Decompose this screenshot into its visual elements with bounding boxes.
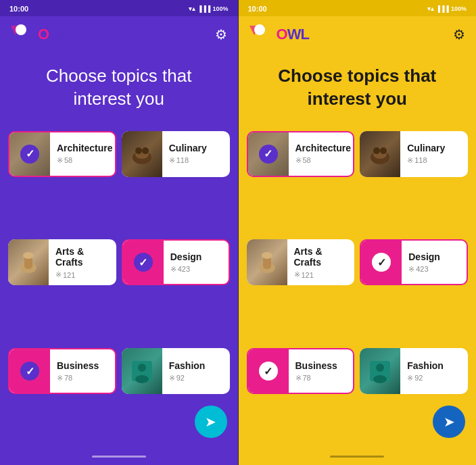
topic-count-fashion-right: ※ 92 bbox=[407, 374, 461, 383]
svg-point-19 bbox=[380, 147, 387, 154]
topic-card-design-right[interactable]: ✓ Design ※ 423 bbox=[360, 239, 468, 285]
svg-point-5 bbox=[135, 147, 142, 154]
topic-name-fashion-right: Fashion bbox=[407, 360, 461, 372]
topic-name-fashion-left: Fashion bbox=[169, 360, 223, 372]
status-bar-left: 10:00 ▾▴ ▐▐▐ 100% bbox=[0, 0, 238, 16]
topic-name-arts-right: Arts & Crafts bbox=[294, 246, 348, 269]
topic-thumb-architecture-right: ✓ bbox=[248, 131, 289, 177]
topics-grid-right: ✓ Architecture ※ 58 bbox=[239, 131, 477, 451]
topic-name-design-left: Design bbox=[170, 251, 222, 263]
logo-icon-left bbox=[11, 23, 37, 46]
logo-text-left: OWL bbox=[38, 26, 70, 43]
check-design-left: ✓ bbox=[134, 253, 153, 272]
topic-count-culinary-left: ※ 118 bbox=[169, 156, 223, 165]
topic-thumb-culinary-right bbox=[360, 131, 400, 177]
topic-name-business-left: Business bbox=[57, 360, 108, 372]
logo-text-right: OWL bbox=[277, 26, 309, 43]
topic-card-culinary-right[interactable]: Culinary ※ 118 bbox=[360, 131, 468, 177]
header-right: OWL ⚙ bbox=[239, 16, 477, 51]
topic-count-arts-left: ※ 121 bbox=[55, 270, 110, 279]
svg-point-6 bbox=[142, 147, 149, 154]
svg-point-2 bbox=[16, 24, 26, 35]
topic-thumb-culinary-left bbox=[122, 131, 162, 177]
topic-name-culinary-right: Culinary bbox=[407, 143, 461, 154]
check-business-left: ✓ bbox=[20, 362, 39, 381]
svg-point-18 bbox=[373, 147, 380, 154]
logo-left: OWL bbox=[11, 23, 70, 46]
svg-point-12 bbox=[135, 375, 149, 383]
topic-card-design-left[interactable]: ✓ Design ※ 423 bbox=[122, 239, 230, 285]
home-indicator-left bbox=[0, 451, 238, 465]
topic-thumb-architecture-left: ✓ bbox=[9, 131, 50, 177]
battery-right: 100% bbox=[451, 5, 467, 12]
topic-thumb-design-right: ✓ bbox=[361, 239, 402, 285]
svg-point-9 bbox=[23, 252, 34, 259]
topic-thumb-business-right: ✓ bbox=[248, 348, 289, 394]
topic-name-culinary-left: Culinary bbox=[169, 143, 223, 154]
settings-icon-left[interactable]: ⚙ bbox=[215, 26, 227, 43]
topic-card-architecture-right[interactable]: ✓ Architecture ※ 58 bbox=[247, 131, 355, 177]
topic-thumb-fashion-left bbox=[122, 348, 162, 394]
signal-icon-left: ▐▐▐ bbox=[197, 5, 210, 12]
fab-icon-right: ➤ bbox=[444, 414, 455, 430]
topic-thumb-arts-left bbox=[8, 239, 49, 285]
topic-thumb-business-left: ✓ bbox=[9, 348, 50, 394]
topics-grid-left: ✓ Architecture ※ 58 bbox=[0, 131, 238, 451]
topic-card-arts-right[interactable]: Arts & Crafts ※ 121 bbox=[247, 239, 355, 285]
logo-right: OWL bbox=[249, 23, 309, 46]
topic-card-culinary-left[interactable]: Culinary ※ 118 bbox=[122, 131, 230, 177]
topic-card-arts-left[interactable]: Arts & Crafts ※ 121 bbox=[8, 239, 116, 285]
topic-thumb-arts-right bbox=[247, 239, 287, 285]
header-left: OWL ⚙ bbox=[0, 16, 238, 51]
hero-title-right: Choose topics that interest you bbox=[255, 65, 460, 111]
home-bar-right bbox=[330, 456, 384, 458]
hero-title-left: Choose topics that interest you bbox=[16, 65, 222, 111]
check-business-right: ✓ bbox=[259, 362, 278, 381]
topic-count-business-left: ※ 78 bbox=[57, 374, 108, 383]
topic-name-arts-left: Arts & Crafts bbox=[55, 246, 110, 269]
status-icons-right: ▾▴ ▐▐▐ 100% bbox=[427, 5, 467, 12]
topic-card-fashion-right[interactable]: Fashion ※ 92 bbox=[360, 348, 468, 394]
check-architecture-left: ✓ bbox=[20, 145, 39, 164]
topic-name-architecture-left: Architecture bbox=[57, 143, 112, 154]
topic-card-architecture-left[interactable]: ✓ Architecture ※ 58 bbox=[8, 131, 116, 177]
check-architecture-right: ✓ bbox=[259, 145, 278, 164]
topic-count-architecture-left: ※ 58 bbox=[57, 156, 112, 165]
svg-point-15 bbox=[254, 24, 265, 35]
fab-icon-left: ➤ bbox=[205, 414, 216, 430]
svg-point-22 bbox=[262, 252, 272, 259]
wifi-icon-left: ▾▴ bbox=[189, 5, 195, 12]
topic-count-fashion-left: ※ 92 bbox=[169, 374, 223, 383]
wifi-icon-right: ▾▴ bbox=[427, 5, 434, 12]
check-design-right: ✓ bbox=[372, 253, 391, 272]
status-time-right: 10:00 bbox=[248, 5, 267, 13]
battery-left: 100% bbox=[212, 5, 228, 12]
fab-left[interactable]: ➤ bbox=[195, 406, 227, 438]
home-indicator-right bbox=[239, 451, 477, 465]
hero-right: Choose topics that interest you bbox=[239, 51, 477, 131]
topic-name-business-right: Business bbox=[295, 360, 347, 372]
topic-count-arts-right: ※ 121 bbox=[294, 270, 348, 279]
home-bar-left bbox=[92, 456, 146, 458]
svg-point-24 bbox=[376, 364, 384, 372]
topic-count-design-right: ※ 423 bbox=[408, 265, 460, 274]
topic-thumb-design-left: ✓ bbox=[123, 239, 164, 285]
status-time-left: 10:00 bbox=[9, 5, 28, 13]
topic-card-fashion-left[interactable]: Fashion ※ 92 bbox=[122, 348, 230, 394]
topic-card-business-right[interactable]: ✓ Business ※ 78 bbox=[247, 348, 355, 394]
topic-count-design-left: ※ 423 bbox=[170, 265, 222, 274]
topic-card-business-left[interactable]: ✓ Business ※ 78 bbox=[8, 348, 116, 394]
right-phone-panel: 10:00 ▾▴ ▐▐▐ 100% OWL ⚙ Choose topics th… bbox=[239, 0, 477, 465]
settings-icon-right[interactable]: ⚙ bbox=[453, 26, 465, 43]
status-icons-left: ▾▴ ▐▐▐ 100% bbox=[189, 5, 228, 12]
signal-icon-right: ▐▐▐ bbox=[436, 5, 449, 12]
topic-count-business-right: ※ 78 bbox=[295, 374, 347, 383]
status-bar-right: 10:00 ▾▴ ▐▐▐ 100% bbox=[239, 0, 477, 16]
topic-name-design-right: Design bbox=[408, 251, 460, 263]
left-phone-panel: 10:00 ▾▴ ▐▐▐ 100% OWL ⚙ Choose topics th… bbox=[0, 0, 238, 465]
fab-right[interactable]: ➤ bbox=[433, 406, 465, 438]
logo-icon-right bbox=[249, 23, 275, 46]
topic-count-culinary-right: ※ 118 bbox=[407, 156, 461, 165]
svg-point-11 bbox=[138, 364, 146, 372]
topic-thumb-fashion-right bbox=[360, 348, 400, 394]
